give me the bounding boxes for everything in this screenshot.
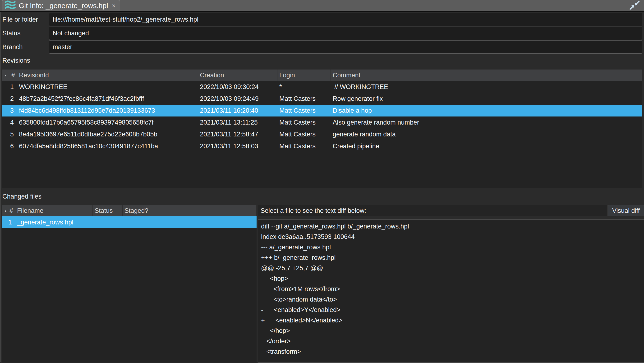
- revisions-table: ▴ # RevisionId Creation Login Comment 1 …: [2, 70, 642, 188]
- diff-line: <from>1M rows</from>: [261, 284, 644, 294]
- table-row[interactable]: 5 8e4a195f3697e6511d0dfbae275d22e608b7b0…: [2, 128, 642, 140]
- file-or-folder-field-wrap: [49, 13, 644, 26]
- table-row[interactable]: 1 WORKINGTREE 2022/10/03 09:30:24 * // W…: [2, 81, 642, 93]
- form-row-status: Status: [0, 27, 644, 40]
- git-info-content: File or folder Status Branch Revisions: [0, 12, 644, 362]
- diff-line: index de3a6aa..5173593 100644: [261, 232, 644, 242]
- bottom-split: ▴ # Filename Status Staged? 1 _generate_…: [2, 205, 644, 362]
- sort-ascending-icon: ▴: [5, 73, 6, 77]
- files-header-status[interactable]: Status: [93, 205, 122, 216]
- revisions-section-label: Revisions: [0, 57, 644, 64]
- status-field-wrap: [49, 27, 644, 40]
- revisions-header-login[interactable]: Login: [278, 70, 331, 81]
- branch-label: Branch: [0, 40, 49, 54]
- table-row[interactable]: 4 635800fdd17b0a65795f58c8939749805658fc…: [2, 117, 642, 128]
- diff-line: <transform>: [261, 346, 644, 357]
- file-row-selected[interactable]: 1 _generate_rows.hpl: [2, 216, 256, 228]
- tab-bar: Git Info: _generate_rows.hpl ×: [0, 0, 644, 12]
- changed-files-section-label: Changed files: [0, 193, 644, 200]
- revisions-table-empty-area: [2, 152, 642, 188]
- diff-line: --- a/_generate_rows.hpl: [261, 242, 644, 252]
- left-sash: [0, 12, 1, 362]
- diff-line: </hop>: [261, 325, 644, 336]
- status-label: Status: [0, 27, 49, 40]
- form-row-file: File or folder: [0, 13, 644, 26]
- files-header-num[interactable]: ▴ #: [2, 205, 15, 216]
- branch-field-wrap: [49, 40, 644, 54]
- visual-diff-button[interactable]: Visual diff: [608, 205, 644, 216]
- file-or-folder-input[interactable]: [49, 13, 642, 26]
- form-area: File or folder Status Branch: [0, 12, 644, 54]
- revisions-header-revisionid[interactable]: RevisionId: [17, 70, 198, 81]
- diff-line: + <enabled>N</enabled>: [261, 315, 644, 325]
- diff-panel: Select a file to see the text diff below…: [258, 205, 644, 362]
- tab-title: Git Info: _generate_rows.hpl: [19, 2, 108, 10]
- branch-input[interactable]: [49, 40, 642, 54]
- tab-git-info[interactable]: Git Info: _generate_rows.hpl ×: [2, 0, 120, 11]
- files-header-staged[interactable]: Staged?: [122, 205, 256, 216]
- diff-line: <hop>: [261, 273, 644, 284]
- table-row[interactable]: 6 6074dfa5a8dd82586581ac10c430491877c411…: [2, 140, 642, 152]
- form-row-branch: Branch: [0, 40, 644, 54]
- waves-icon: [4, 0, 16, 12]
- table-row[interactable]: 2 48b72a2b452f27fec86c4fa871df46f3ac2fbf…: [2, 93, 642, 105]
- files-header-filename[interactable]: Filename: [15, 205, 93, 216]
- window-controls: [629, 0, 644, 11]
- revisions-table-body: 1 WORKINGTREE 2022/10/03 09:30:24 * // W…: [2, 81, 642, 188]
- status-input[interactable]: [49, 27, 642, 40]
- diff-line: - <enabled>Y</enabled>: [261, 305, 644, 315]
- diff-panel-header: Select a file to see the text diff below…: [258, 205, 644, 216]
- table-row-selected[interactable]: 3 f4d84bc6d498ffdb813112d95e7da201391336…: [2, 105, 642, 117]
- diff-line: <to>random data</to>: [261, 294, 644, 305]
- diff-line: </order>: [261, 336, 644, 346]
- revisions-table-header: ▴ # RevisionId Creation Login Comment: [2, 70, 642, 81]
- diff-text-area[interactable]: diff --git a/_generate_rows.hpl b/_gener…: [258, 219, 644, 362]
- revisions-header-creation[interactable]: Creation: [198, 70, 278, 81]
- sort-ascending-icon: ▴: [5, 209, 6, 213]
- diff-header-label: Select a file to see the text diff below…: [258, 205, 608, 216]
- diff-line: @@ -25,7 +25,7 @@: [261, 263, 644, 273]
- restore-view-icon[interactable]: [629, 1, 640, 11]
- file-or-folder-label: File or folder: [0, 13, 49, 26]
- revisions-header-comment[interactable]: Comment: [331, 70, 642, 81]
- tab-close-icon[interactable]: ×: [111, 2, 116, 10]
- diff-line: +++ b/_generate_rows.hpl: [261, 252, 644, 263]
- changed-files-table: ▴ # Filename Status Staged? 1 _generate_…: [2, 205, 256, 362]
- changed-files-table-body: 1 _generate_rows.hpl: [2, 216, 256, 362]
- git-info-window: Git Info: _generate_rows.hpl × File: [0, 0, 644, 363]
- diff-line: diff --git a/_generate_rows.hpl b/_gener…: [261, 221, 644, 232]
- changed-files-table-header: ▴ # Filename Status Staged?: [2, 205, 256, 216]
- revisions-header-num[interactable]: ▴ #: [2, 70, 17, 81]
